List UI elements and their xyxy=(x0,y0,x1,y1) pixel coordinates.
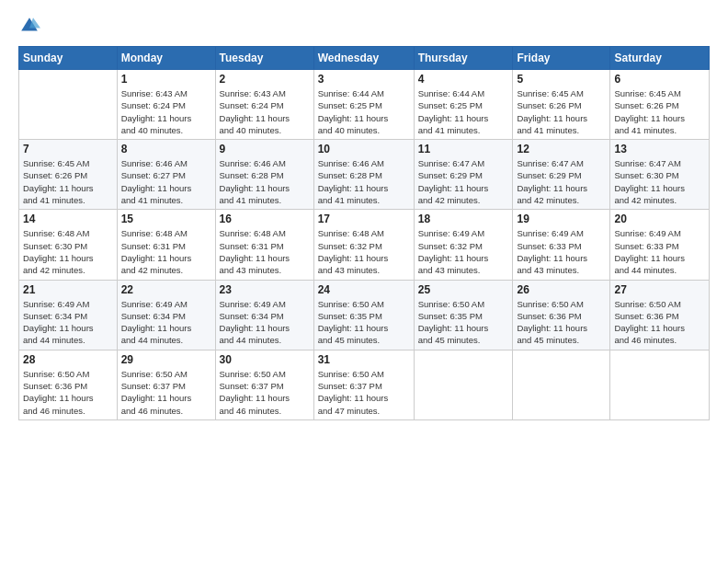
day-number: 2 xyxy=(220,73,310,86)
logo xyxy=(18,15,44,37)
day-detail: Sunrise: 6:48 AM Sunset: 6:31 PM Dayligh… xyxy=(220,227,310,276)
day-detail: Sunrise: 6:47 AM Sunset: 6:30 PM Dayligh… xyxy=(614,157,705,206)
day-number: 4 xyxy=(418,73,509,86)
day-detail: Sunrise: 6:43 AM Sunset: 6:24 PM Dayligh… xyxy=(220,87,310,136)
header xyxy=(18,15,710,37)
day-number: 17 xyxy=(318,213,410,225)
day-detail: Sunrise: 6:43 AM Sunset: 6:24 PM Dayligh… xyxy=(121,87,211,136)
day-detail: Sunrise: 6:50 AM Sunset: 6:37 PM Dayligh… xyxy=(121,368,211,417)
calendar-cell: 4Sunrise: 6:44 AM Sunset: 6:25 PM Daylig… xyxy=(414,70,513,140)
day-number: 26 xyxy=(517,283,606,296)
week-row-5: 28Sunrise: 6:50 AM Sunset: 6:36 PM Dayli… xyxy=(19,350,710,419)
day-number: 27 xyxy=(614,283,705,296)
day-number: 20 xyxy=(614,213,705,225)
day-detail: Sunrise: 6:47 AM Sunset: 6:29 PM Dayligh… xyxy=(517,157,606,206)
calendar-cell: 10Sunrise: 6:46 AM Sunset: 6:28 PM Dayli… xyxy=(313,140,414,210)
day-number: 25 xyxy=(418,283,509,296)
day-detail: Sunrise: 6:49 AM Sunset: 6:34 PM Dayligh… xyxy=(121,298,211,347)
calendar-cell: 24Sunrise: 6:50 AM Sunset: 6:35 PM Dayli… xyxy=(313,280,414,350)
day-detail: Sunrise: 6:45 AM Sunset: 6:26 PM Dayligh… xyxy=(517,87,606,136)
col-header-saturday: Saturday xyxy=(610,47,710,70)
day-detail: Sunrise: 6:50 AM Sunset: 6:37 PM Dayligh… xyxy=(318,368,410,417)
day-detail: Sunrise: 6:46 AM Sunset: 6:28 PM Dayligh… xyxy=(318,157,410,206)
day-number: 6 xyxy=(614,73,705,86)
day-number: 11 xyxy=(418,143,509,155)
calendar-cell: 12Sunrise: 6:47 AM Sunset: 6:29 PM Dayli… xyxy=(513,140,610,210)
day-number: 5 xyxy=(517,73,606,86)
day-number: 8 xyxy=(121,143,211,155)
day-number: 22 xyxy=(121,283,211,296)
day-detail: Sunrise: 6:50 AM Sunset: 6:35 PM Dayligh… xyxy=(418,298,509,347)
day-number: 1 xyxy=(121,73,211,86)
week-row-4: 21Sunrise: 6:49 AM Sunset: 6:34 PM Dayli… xyxy=(19,280,710,350)
calendar-cell: 6Sunrise: 6:45 AM Sunset: 6:26 PM Daylig… xyxy=(610,70,710,140)
calendar-cell xyxy=(414,350,513,419)
day-detail: Sunrise: 6:44 AM Sunset: 6:25 PM Dayligh… xyxy=(318,87,410,136)
calendar-cell: 11Sunrise: 6:47 AM Sunset: 6:29 PM Dayli… xyxy=(414,140,513,210)
calendar-cell xyxy=(513,350,610,419)
calendar-cell: 9Sunrise: 6:46 AM Sunset: 6:28 PM Daylig… xyxy=(215,140,313,210)
calendar-cell: 13Sunrise: 6:47 AM Sunset: 6:30 PM Dayli… xyxy=(610,140,710,210)
calendar-cell: 18Sunrise: 6:49 AM Sunset: 6:32 PM Dayli… xyxy=(414,210,513,280)
week-row-2: 7Sunrise: 6:45 AM Sunset: 6:26 PM Daylig… xyxy=(19,140,710,210)
calendar-cell xyxy=(19,70,118,140)
day-number: 13 xyxy=(614,143,705,155)
calendar-cell: 31Sunrise: 6:50 AM Sunset: 6:37 PM Dayli… xyxy=(313,350,414,419)
calendar-cell: 25Sunrise: 6:50 AM Sunset: 6:35 PM Dayli… xyxy=(414,280,513,350)
calendar-cell: 5Sunrise: 6:45 AM Sunset: 6:26 PM Daylig… xyxy=(513,70,610,140)
calendar-table: SundayMondayTuesdayWednesdayThursdayFrid… xyxy=(18,46,710,420)
calendar-cell: 21Sunrise: 6:49 AM Sunset: 6:34 PM Dayli… xyxy=(19,280,118,350)
logo-icon xyxy=(18,15,40,37)
calendar-cell: 16Sunrise: 6:48 AM Sunset: 6:31 PM Dayli… xyxy=(215,210,313,280)
day-detail: Sunrise: 6:45 AM Sunset: 6:26 PM Dayligh… xyxy=(614,87,705,136)
day-number: 10 xyxy=(318,143,410,155)
day-number: 7 xyxy=(23,143,113,155)
col-header-tuesday: Tuesday xyxy=(215,47,313,70)
calendar-cell: 8Sunrise: 6:46 AM Sunset: 6:27 PM Daylig… xyxy=(117,140,215,210)
day-number: 31 xyxy=(318,353,410,366)
col-header-monday: Monday xyxy=(117,47,215,70)
day-number: 23 xyxy=(220,283,310,296)
day-number: 9 xyxy=(220,143,310,155)
calendar-cell: 19Sunrise: 6:49 AM Sunset: 6:33 PM Dayli… xyxy=(513,210,610,280)
day-number: 21 xyxy=(23,283,113,296)
calendar-cell: 22Sunrise: 6:49 AM Sunset: 6:34 PM Dayli… xyxy=(117,280,215,350)
day-detail: Sunrise: 6:50 AM Sunset: 6:35 PM Dayligh… xyxy=(318,298,410,347)
day-number: 19 xyxy=(517,213,606,225)
calendar-cell: 28Sunrise: 6:50 AM Sunset: 6:36 PM Dayli… xyxy=(19,350,118,419)
day-number: 28 xyxy=(23,353,113,366)
day-detail: Sunrise: 6:49 AM Sunset: 6:33 PM Dayligh… xyxy=(517,227,606,276)
page: SundayMondayTuesdayWednesdayThursdayFrid… xyxy=(0,0,728,430)
col-header-thursday: Thursday xyxy=(414,47,513,70)
day-number: 15 xyxy=(121,213,211,225)
week-row-3: 14Sunrise: 6:48 AM Sunset: 6:30 PM Dayli… xyxy=(19,210,710,280)
day-detail: Sunrise: 6:50 AM Sunset: 6:36 PM Dayligh… xyxy=(614,298,705,347)
calendar-cell xyxy=(610,350,710,419)
day-number: 24 xyxy=(318,283,410,296)
calendar-cell: 17Sunrise: 6:48 AM Sunset: 6:32 PM Dayli… xyxy=(313,210,414,280)
day-detail: Sunrise: 6:48 AM Sunset: 6:32 PM Dayligh… xyxy=(318,227,410,276)
day-detail: Sunrise: 6:46 AM Sunset: 6:28 PM Dayligh… xyxy=(220,157,310,206)
day-detail: Sunrise: 6:50 AM Sunset: 6:37 PM Dayligh… xyxy=(220,368,310,417)
day-detail: Sunrise: 6:46 AM Sunset: 6:27 PM Dayligh… xyxy=(121,157,211,206)
header-row: SundayMondayTuesdayWednesdayThursdayFrid… xyxy=(19,47,710,70)
calendar-cell: 26Sunrise: 6:50 AM Sunset: 6:36 PM Dayli… xyxy=(513,280,610,350)
calendar-cell: 14Sunrise: 6:48 AM Sunset: 6:30 PM Dayli… xyxy=(19,210,118,280)
calendar-cell: 20Sunrise: 6:49 AM Sunset: 6:33 PM Dayli… xyxy=(610,210,710,280)
calendar-cell: 15Sunrise: 6:48 AM Sunset: 6:31 PM Dayli… xyxy=(117,210,215,280)
calendar-cell: 23Sunrise: 6:49 AM Sunset: 6:34 PM Dayli… xyxy=(215,280,313,350)
day-number: 12 xyxy=(517,143,606,155)
calendar-cell: 3Sunrise: 6:44 AM Sunset: 6:25 PM Daylig… xyxy=(313,70,414,140)
col-header-friday: Friday xyxy=(513,47,610,70)
week-row-1: 1Sunrise: 6:43 AM Sunset: 6:24 PM Daylig… xyxy=(19,70,710,140)
day-number: 16 xyxy=(220,213,310,225)
calendar-cell: 2Sunrise: 6:43 AM Sunset: 6:24 PM Daylig… xyxy=(215,70,313,140)
day-detail: Sunrise: 6:45 AM Sunset: 6:26 PM Dayligh… xyxy=(23,157,113,206)
calendar-cell: 27Sunrise: 6:50 AM Sunset: 6:36 PM Dayli… xyxy=(610,280,710,350)
calendar-cell: 1Sunrise: 6:43 AM Sunset: 6:24 PM Daylig… xyxy=(117,70,215,140)
day-detail: Sunrise: 6:49 AM Sunset: 6:34 PM Dayligh… xyxy=(220,298,310,347)
calendar-cell: 30Sunrise: 6:50 AM Sunset: 6:37 PM Dayli… xyxy=(215,350,313,419)
col-header-wednesday: Wednesday xyxy=(313,47,414,70)
day-detail: Sunrise: 6:49 AM Sunset: 6:34 PM Dayligh… xyxy=(23,298,113,347)
day-detail: Sunrise: 6:48 AM Sunset: 6:31 PM Dayligh… xyxy=(121,227,211,276)
